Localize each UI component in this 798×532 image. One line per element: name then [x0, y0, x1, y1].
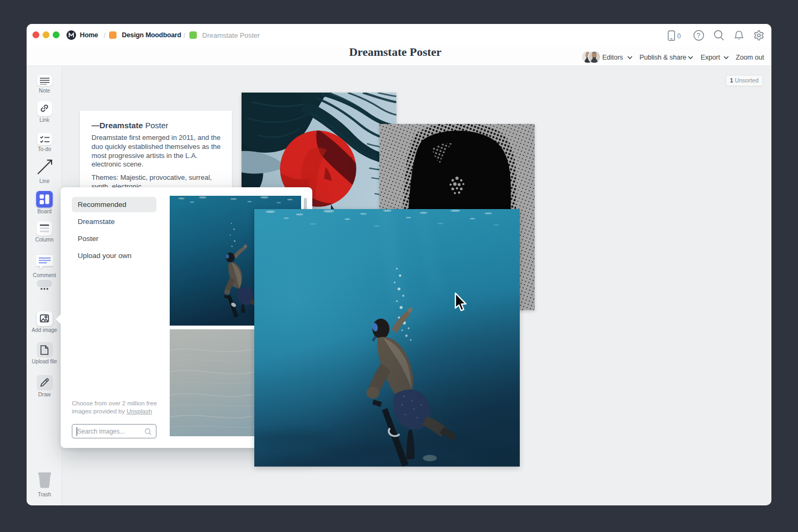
svg-text:0: 0 — [677, 32, 681, 40]
svg-text:?: ? — [697, 32, 701, 39]
